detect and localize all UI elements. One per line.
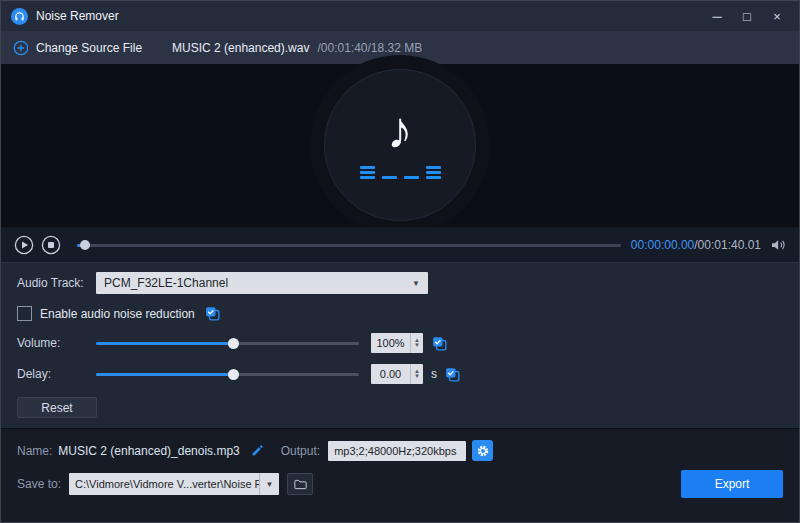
footer-bar: Name: MUSIC 2 (enhanced)_denois.mp3 Outp… xyxy=(1,428,799,522)
volume-slider-fill xyxy=(96,342,233,345)
titlebar: Noise Remover ─ □ × xyxy=(1,1,799,31)
reset-row: Reset xyxy=(17,395,783,418)
noise-reduction-checkbox[interactable] xyxy=(17,306,32,321)
apply-to-all-icon[interactable] xyxy=(431,335,448,352)
delay-slider[interactable] xyxy=(96,368,359,380)
titlebar-left: Noise Remover xyxy=(11,8,119,25)
delay-label: Delay: xyxy=(17,367,96,381)
delay-input[interactable]: 0.00 ▲▼ xyxy=(371,364,423,384)
volume-stepper[interactable]: ▲▼ xyxy=(410,333,423,353)
save-to-row: Save to: C:\Vidmore\Vidmore V...verter\N… xyxy=(17,470,783,498)
delay-slider-fill xyxy=(96,373,233,376)
name-output-row: Name: MUSIC 2 (enhanced)_denois.mp3 Outp… xyxy=(17,440,783,461)
current-time: 00:00:00.00 xyxy=(631,238,694,252)
volume-row: Volume: 100% ▲▼ xyxy=(17,333,783,353)
delay-unit: s xyxy=(431,367,437,381)
audio-track-value: PCM_F32LE-1Channel xyxy=(104,276,228,290)
minimize-button[interactable]: ─ xyxy=(703,5,731,27)
close-button[interactable]: × xyxy=(763,5,791,27)
apply-to-all-icon[interactable] xyxy=(204,305,221,322)
edit-name-pencil-icon[interactable] xyxy=(250,443,265,458)
controls-panel: Audio Track: PCM_F32LE-1Channel ▼ Enable… xyxy=(1,262,799,428)
chevron-down-icon[interactable]: ▼ xyxy=(259,473,279,495)
save-to-dropdown[interactable]: C:\Vidmore\Vidmore V...verter\Noise Remo… xyxy=(69,473,279,495)
volume-speaker-icon[interactable] xyxy=(769,236,787,254)
add-plus-icon xyxy=(13,40,29,56)
window-title: Noise Remover xyxy=(36,9,119,23)
seek-handle[interactable] xyxy=(80,240,90,250)
output-format-field[interactable]: mp3;2;48000Hz;320kbps xyxy=(328,441,466,461)
name-label: Name: xyxy=(17,444,52,458)
total-time: /00:01:40.01 xyxy=(694,238,761,252)
delay-row: Delay: 0.00 ▲▼ s xyxy=(17,364,783,384)
play-button[interactable] xyxy=(13,234,35,256)
volume-slider-handle[interactable] xyxy=(228,338,239,349)
delay-stepper[interactable]: ▲▼ xyxy=(410,364,423,384)
equalizer-icon xyxy=(360,165,441,179)
volume-label: Volume: xyxy=(17,336,96,350)
preview-area: ♪ xyxy=(1,64,799,226)
app-window: Noise Remover ─ □ × Change Source File M… xyxy=(0,0,800,523)
audio-track-dropdown[interactable]: PCM_F32LE-1Channel ▼ xyxy=(96,272,428,294)
source-bar: Change Source File MUSIC 2 (enhanced).wa… xyxy=(1,31,799,64)
audio-disc: ♪ xyxy=(324,69,476,221)
seek-slider[interactable] xyxy=(77,239,621,251)
source-file-meta: /00:01:40/18.32 MB xyxy=(317,41,422,55)
save-to-path: C:\Vidmore\Vidmore V...verter\Noise Remo… xyxy=(69,473,259,495)
maximize-button[interactable]: □ xyxy=(733,5,761,27)
music-note-icon: ♪ xyxy=(387,104,413,156)
change-source-label: Change Source File xyxy=(36,41,142,55)
output-settings-gear-icon[interactable] xyxy=(472,440,493,461)
source-file-name: MUSIC 2 (enhanced).wav xyxy=(172,41,309,55)
noise-reduction-label: Enable audio noise reduction xyxy=(40,307,195,321)
player-bar: 00:00:00.00/00:01:40.01 xyxy=(1,226,799,262)
output-file-name: MUSIC 2 (enhanced)_denois.mp3 xyxy=(58,444,239,458)
stop-button[interactable] xyxy=(40,234,62,256)
playback-time: 00:00:00.00/00:01:40.01 xyxy=(631,238,761,252)
output-label: Output: xyxy=(281,444,320,458)
chevron-down-icon: ▼ xyxy=(412,279,420,288)
noise-reduction-row: Enable audio noise reduction xyxy=(17,305,783,322)
volume-input[interactable]: 100% ▲▼ xyxy=(371,333,423,353)
save-to-label: Save to: xyxy=(17,477,61,491)
volume-value: 100% xyxy=(371,337,410,349)
app-logo-icon xyxy=(11,8,28,25)
audio-track-row: Audio Track: PCM_F32LE-1Channel ▼ xyxy=(17,272,783,294)
reset-button[interactable]: Reset xyxy=(17,397,97,418)
open-folder-button[interactable] xyxy=(287,473,313,495)
window-controls: ─ □ × xyxy=(703,5,791,27)
seek-track xyxy=(77,244,621,247)
delay-value: 0.00 xyxy=(371,368,410,380)
apply-to-all-icon[interactable] xyxy=(444,366,461,383)
export-button[interactable]: Export xyxy=(681,470,783,498)
volume-slider[interactable] xyxy=(96,337,359,349)
change-source-file-button[interactable]: Change Source File xyxy=(13,40,142,56)
audio-track-label: Audio Track: xyxy=(17,276,96,290)
delay-slider-handle[interactable] xyxy=(228,369,239,380)
